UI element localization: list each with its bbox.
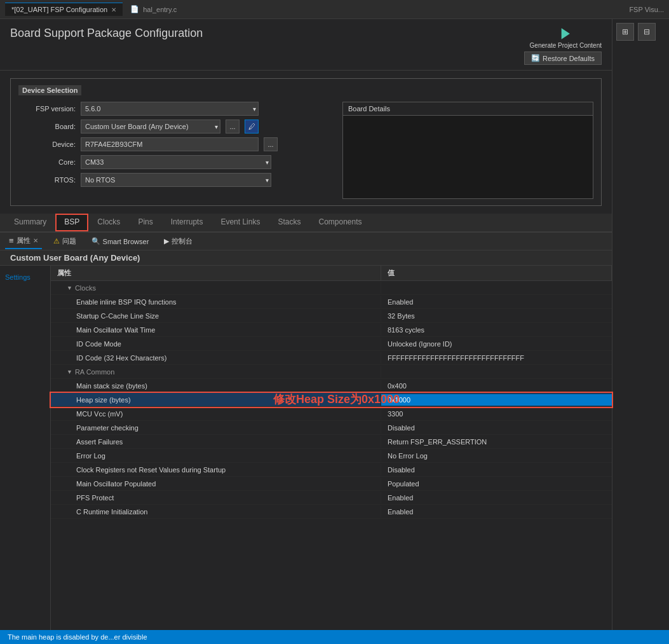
chevron-down-icon: ▼ <box>67 285 72 291</box>
table-row: Startup C-Cache Line Size 32 Bytes <box>51 309 612 323</box>
prop-value-id-code[interactable]: FFFFFFFFFFFFFFFFFFFFFFFFFFFFFFFF <box>381 352 612 364</box>
ide-name-label: FSP Visu... <box>629 6 664 13</box>
prop-name-osc-wait: Main Oscillator Wait Time <box>51 324 381 336</box>
prop-clocks-label: Clocks <box>75 284 96 292</box>
prop-value-pfs-protect[interactable]: Enabled <box>381 492 612 504</box>
board-edit-button[interactable]: 🖊 <box>245 120 259 134</box>
tab-fsp-config[interactable]: *[02_UART] FSP Configuration ✕ <box>5 3 123 16</box>
settings-label[interactable]: Settings <box>0 271 50 284</box>
heap-size-row[interactable]: Heap size (bytes) 0x1000 修改Heap Size为0x1… <box>51 393 612 407</box>
table-row: ▼ Clocks <box>51 281 612 295</box>
col-header-property: 属性 <box>51 266 381 280</box>
generate-label: Generate Project Content <box>530 42 602 49</box>
tab-stacks[interactable]: Stacks <box>269 214 309 231</box>
device-selection-section: Device Selection FSP version: 5.6.0 <box>0 71 612 214</box>
prop-name-id-code: ID Code (32 Hex Characters) <box>51 352 381 364</box>
close-icon[interactable]: ✕ <box>111 6 116 13</box>
table-row: ID Code (32 Hex Characters) FFFFFFFFFFFF… <box>51 351 612 365</box>
board-select[interactable]: Custom User Board (Any Device) <box>81 120 220 134</box>
fsp-version-select[interactable]: 5.6.0 <box>81 102 259 116</box>
prop-value-error-log[interactable]: No Error Log <box>381 450 612 462</box>
properties-panel-title: Custom User Board (Any Device) <box>10 253 140 263</box>
restore-label: Restore Defaults <box>543 55 595 62</box>
device-row: Device: ... <box>18 137 330 151</box>
restore-defaults-button[interactable]: 🔄 Restore Defaults <box>524 51 602 65</box>
tab-issues[interactable]: ⚠ 问题 <box>50 234 80 249</box>
properties-tab-label: 属性 <box>17 236 30 245</box>
device-browse-button[interactable]: ... <box>264 137 278 151</box>
main-area: Board Support Package Configuration Gene… <box>0 19 669 644</box>
table-row: MCU Vcc (mV) 3300 <box>51 407 612 421</box>
tab-summary[interactable]: Summary <box>5 214 55 231</box>
prop-value-osc-wait[interactable]: 8163 cycles <box>381 324 612 336</box>
prop-value-main-stack[interactable]: 0x400 <box>381 380 612 392</box>
console-label: 控制台 <box>172 236 193 246</box>
generate-icon <box>558 27 572 41</box>
board-browse-button[interactable]: ... <box>226 120 240 134</box>
core-select-wrapper: CM33 <box>81 155 271 169</box>
prop-value-id-mode[interactable]: Unlocked (Ignore ID) <box>381 338 612 350</box>
table-row: PFS Protect Enabled <box>51 491 612 505</box>
section-box: Device Selection FSP version: 5.6.0 <box>10 78 602 206</box>
icon-btn-1[interactable]: ⊞ <box>616 23 634 41</box>
config-tabs: Summary BSP Clocks Pins Interrupts Event… <box>0 214 612 232</box>
prop-value-heap-size[interactable]: 0x1000 <box>381 394 612 406</box>
prop-value-irq[interactable]: Enabled <box>381 296 612 308</box>
prop-value-mcu-vcc[interactable]: 3300 <box>381 408 612 420</box>
prop-value-param-check[interactable]: Disabled <box>381 422 612 434</box>
tab-pins[interactable]: Pins <box>129 214 161 231</box>
tab-console[interactable]: ▶ 控制台 <box>160 234 196 249</box>
prop-name-error-log: Error Log <box>51 450 381 462</box>
prop-col-headers: 属性 值 <box>51 266 612 281</box>
table-row: Main stack size (bytes) 0x400 <box>51 379 612 393</box>
prop-value-c-runtime[interactable]: Enabled <box>381 506 612 517</box>
prop-name-irq: Enable inline BSP IRQ functions <box>51 296 381 308</box>
status-text: The main heap is disabled by de...er div… <box>8 633 147 641</box>
prop-value-main-osc[interactable]: Populated <box>381 478 612 490</box>
board-select-wrapper: Custom User Board (Any Device) <box>81 120 220 134</box>
chevron-down-icon-ra: ▼ <box>67 369 72 375</box>
tab-hal-entry-label: hal_entry.c <box>143 6 177 13</box>
restore-icon: 🔄 <box>531 54 540 62</box>
board-label: Board: <box>18 123 76 130</box>
device-fields: FSP version: 5.6.0 Board: <box>18 102 330 199</box>
prop-value-clock-reg[interactable]: Disabled <box>381 464 612 476</box>
device-label: Device: <box>18 140 76 148</box>
device-section-row: FSP version: 5.6.0 Board: <box>18 102 593 199</box>
core-select[interactable]: CM33 <box>81 155 271 169</box>
properties-close-icon[interactable]: ✕ <box>33 237 38 244</box>
prop-value-assert[interactable]: Return FSP_ERR_ASSERTION <box>381 436 612 448</box>
tab-hal-entry[interactable]: 📄 hal_entry.c <box>124 3 183 16</box>
generate-button[interactable]: Generate Project Content <box>530 27 602 49</box>
tab-interrupts[interactable]: Interrupts <box>162 214 212 231</box>
table-row: Enable inline BSP IRQ functions Enabled <box>51 295 612 309</box>
fsp-version-row: FSP version: 5.6.0 <box>18 102 330 116</box>
tab-clocks[interactable]: Clocks <box>88 214 129 231</box>
prop-name-clock-reg: Clock Registers not Reset Values during … <box>51 464 381 476</box>
right-panel: ⊞ ⊟ ▶ Legend <box>612 19 669 644</box>
icon-btn-2[interactable]: ⊟ <box>638 23 656 41</box>
rtos-select[interactable]: No RTOS <box>81 173 271 187</box>
bottom-panel: ≡ 属性 ✕ ⚠ 问题 🔍 Smart Browser ▶ 控制台 <box>0 232 612 644</box>
properties-table-area: 属性 值 ▼ Clocks Enable inline BSP IRQ func… <box>51 266 612 644</box>
tab-properties[interactable]: ≡ 属性 ✕ <box>5 233 42 249</box>
status-bar: The main heap is disabled by de...er div… <box>0 630 669 644</box>
table-row: Main Oscillator Wait Time 8163 cycles <box>51 323 612 337</box>
prop-name-c-runtime: C Runtime Initialization <box>51 506 381 517</box>
prop-name-id-mode: ID Code Mode <box>51 338 381 350</box>
prop-value-cache[interactable]: 32 Bytes <box>381 310 612 322</box>
tab-bsp[interactable]: BSP <box>55 214 88 231</box>
prop-name-assert: Assert Failures <box>51 436 381 448</box>
tab-smart-browser[interactable]: 🔍 Smart Browser <box>88 235 153 248</box>
props-layout: Settings 属性 值 ▼ Clocks <box>0 266 612 644</box>
bottom-tabs: ≡ 属性 ✕ ⚠ 问题 🔍 Smart Browser ▶ 控制台 <box>0 233 612 250</box>
smart-browser-label: Smart Browser <box>103 238 149 245</box>
right-panel-icons: ⊞ ⊟ <box>612 19 669 45</box>
tab-components[interactable]: Components <box>309 214 370 231</box>
bsp-header: Board Support Package Configuration Gene… <box>0 19 612 71</box>
file-icon: 📄 <box>130 5 139 13</box>
tab-event-links[interactable]: Event Links <box>212 214 269 231</box>
prop-name-param-check: Parameter checking <box>51 422 381 434</box>
fsp-version-label: FSP version: <box>18 105 76 113</box>
device-input[interactable] <box>81 137 259 151</box>
